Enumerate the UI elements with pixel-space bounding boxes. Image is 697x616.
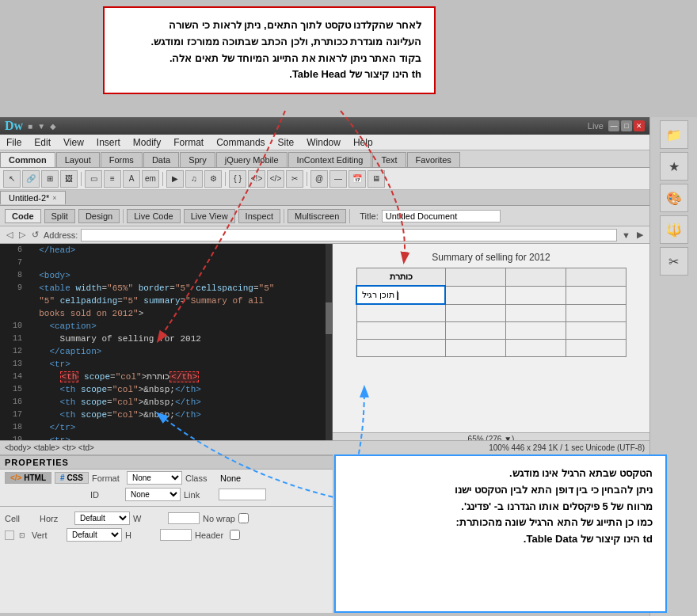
design-td-3-1[interactable] — [356, 321, 445, 339]
toolbar-icon-flash[interactable]: ▶ — [166, 170, 184, 188]
design-td-1-3[interactable] — [505, 286, 566, 304]
forward-button[interactable]: ▷ — [17, 230, 27, 240]
toolbar-icon-media[interactable]: ♫ — [185, 170, 203, 188]
format-select[interactable]: None — [127, 471, 182, 485]
design-td-1-4[interactable] — [566, 286, 626, 304]
btn-live-code[interactable]: Live Code — [127, 209, 181, 223]
design-td-active[interactable]: תוכן רגיל | — [356, 286, 445, 304]
menu-window[interactable]: Window — [300, 137, 347, 148]
toolbar-icon-email[interactable]: @ — [310, 170, 328, 188]
tab-jquery-mobile[interactable]: jQuery Mobile — [216, 152, 288, 167]
toolbar-icon-snip[interactable]: ✂ — [286, 170, 303, 188]
design-td-2-1[interactable] — [356, 304, 445, 321]
design-td-3-3[interactable] — [505, 321, 566, 339]
menu-file[interactable]: File — [0, 137, 28, 148]
menu-insert[interactable]: Insert — [90, 137, 127, 148]
design-td-2-3[interactable] — [505, 304, 566, 321]
tab-layout[interactable]: Layout — [56, 152, 100, 167]
toolbar-icon-date[interactable]: 📅 — [348, 170, 366, 188]
format-label: Format — [92, 473, 124, 483]
side-icon-files[interactable]: 📁 — [660, 120, 688, 149]
toolbar-icon-code[interactable]: </> — [267, 170, 284, 188]
design-td-2-4[interactable] — [566, 304, 626, 321]
design-td-1-2[interactable] — [445, 286, 505, 304]
properties-panel: PROPERTIES </> HTML # CSS Format None Cl… — [0, 454, 333, 613]
doc-tab-close[interactable]: × — [52, 194, 56, 202]
horz-select[interactable]: Default — [74, 511, 130, 525]
link-input[interactable] — [219, 489, 266, 500]
doc-tab-untitled[interactable]: Untitled-2* × — [0, 191, 66, 204]
code-panel[interactable]: 6 </head> 7 8 <body> 9 <table width="65%… — [0, 244, 333, 440]
tab-incontext[interactable]: InContext Editing — [288, 152, 372, 167]
code-scrollbar[interactable] — [326, 244, 332, 440]
toolbar-icon-a[interactable]: A — [123, 170, 140, 188]
toolbar-icon-cursor[interactable]: ↖ — [3, 170, 21, 188]
menu-site[interactable]: Site — [272, 137, 301, 148]
toolbar-icon-server[interactable]: 🖥 — [368, 170, 385, 188]
btn-live-view[interactable]: Live View — [184, 209, 235, 223]
tab-spry[interactable]: Spry — [180, 152, 215, 167]
design-td-4-2[interactable] — [445, 339, 505, 356]
design-td-4-4[interactable] — [566, 339, 626, 356]
back-button[interactable]: ◁ — [5, 230, 14, 240]
id-select[interactable]: None — [125, 488, 181, 501]
btn-split[interactable]: Split — [44, 209, 75, 223]
toolbar-icon-script[interactable]: { } — [229, 170, 246, 188]
toolbar-icon-div[interactable]: ▭ — [85, 170, 102, 188]
design-td-4-3[interactable] — [505, 339, 566, 356]
maximize-button[interactable]: □ — [621, 120, 632, 131]
title-input[interactable] — [382, 210, 501, 222]
design-td-3-4[interactable] — [566, 321, 626, 339]
toolbar-icon-comment[interactable]: <!> — [248, 170, 265, 188]
side-icon-dom[interactable]: 🔱 — [660, 215, 688, 244]
design-td-2-2[interactable] — [445, 304, 505, 321]
code-scrollbar-thumb[interactable] — [326, 302, 332, 334]
menu-view[interactable]: View — [57, 137, 90, 148]
side-icon-snippets[interactable]: ✂ — [660, 247, 688, 276]
btn-inspect[interactable]: Inspect — [238, 209, 280, 223]
addr-menu-button[interactable]: ▼ — [620, 230, 632, 240]
w-input[interactable] — [168, 512, 200, 524]
addr-go-button[interactable]: ▶ — [635, 230, 645, 240]
tab-forms[interactable]: Forms — [101, 152, 143, 167]
close-button[interactable]: ✕ — [634, 120, 645, 131]
toolbar-icon-image[interactable]: 🖼 — [60, 170, 78, 188]
toolbar-icon-widget[interactable]: ⚙ — [204, 170, 222, 188]
toolbar-icon-hr[interactable]: — — [329, 170, 347, 188]
design-td-3-2[interactable] — [445, 321, 505, 339]
design-th-3[interactable] — [505, 268, 566, 287]
minimize-button[interactable]: — — [608, 120, 619, 131]
address-input[interactable] — [81, 229, 617, 241]
tab-data[interactable]: Data — [143, 152, 179, 167]
design-th-2[interactable] — [445, 268, 505, 287]
btn-multiscreen[interactable]: Multiscreen — [288, 209, 346, 223]
design-th-1[interactable]: כותרת — [356, 268, 445, 287]
refresh-button[interactable]: ↺ — [30, 230, 40, 240]
side-icon-assets[interactable]: ★ — [660, 152, 688, 181]
header-checkbox[interactable] — [230, 530, 240, 540]
menu-modify[interactable]: Modify — [127, 137, 167, 148]
tab-favorites[interactable]: Favorites — [407, 152, 460, 167]
menu-edit[interactable]: Edit — [28, 137, 57, 148]
html-type-button[interactable]: </> HTML — [5, 472, 51, 484]
btn-code[interactable]: Code — [5, 209, 41, 223]
tab-common[interactable]: Common — [0, 152, 55, 167]
btn-design[interactable]: Design — [78, 209, 120, 223]
toolbar-icon-link[interactable]: 🔗 — [22, 170, 40, 188]
h-input[interactable] — [160, 529, 192, 541]
css-type-button[interactable]: # CSS — [55, 472, 89, 484]
tab-text[interactable]: Text — [372, 152, 406, 167]
side-icon-css[interactable]: 🎨 — [660, 184, 688, 212]
design-th-4[interactable] — [566, 268, 626, 287]
toolbar-icon-table[interactable]: ⊞ — [41, 170, 59, 188]
menu-commands[interactable]: Commands — [210, 137, 271, 148]
nowrap-checkbox[interactable] — [238, 513, 249, 523]
code-line-13: 13 <tr> — [0, 358, 332, 371]
toolbar-icon-em[interactable]: em — [142, 170, 159, 188]
design-panel[interactable]: Summary of selling for 2012 כותרת תוכן ר… — [333, 244, 649, 440]
toolbar-icon-span[interactable]: ≡ — [104, 170, 121, 188]
vert-select[interactable]: Default — [67, 528, 122, 542]
menu-help[interactable]: Help — [347, 137, 379, 148]
design-td-4-1[interactable] — [356, 339, 445, 356]
menu-format[interactable]: Format — [167, 137, 210, 148]
